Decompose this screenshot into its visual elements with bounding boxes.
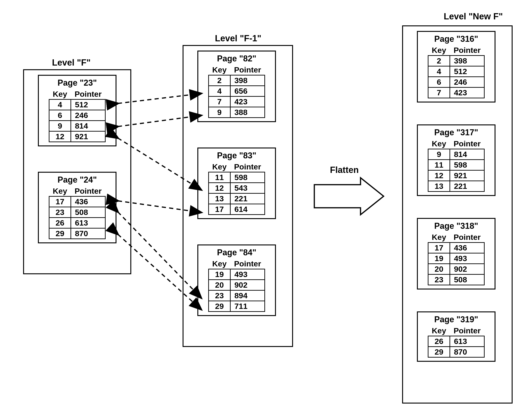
page-318-title: Page "318": [420, 221, 492, 231]
level-f-1-box: Page "82" KeyPointer 2398 4656 7423 9388…: [183, 45, 293, 347]
level-f-box: Page "23" KeyPointer 4512 6246 9814 1292…: [23, 69, 131, 274]
table-row: 13221: [208, 193, 265, 204]
table-row: 4512: [428, 66, 484, 77]
page-24: Page "24" KeyPointer 17436 23508 26613 2…: [38, 172, 117, 243]
table-row: 20902: [208, 280, 265, 290]
page-83-table: KeyPointer 11598 12543 13221 17614: [208, 162, 265, 215]
page-23-title: Page "23": [41, 78, 113, 88]
pointer-header: Pointer: [71, 89, 105, 100]
table-row: 2398: [208, 75, 265, 86]
page-84-title: Page "84": [201, 248, 273, 257]
page-84: Page "84" KeyPointer 19493 20902 23894 2…: [197, 245, 276, 316]
page-317-table: KeyPointer 9814 11598 12921 13221: [428, 139, 485, 192]
table-row: 9814: [428, 149, 484, 160]
page-23-table: KeyPointer 4512 6246 9814 12921: [49, 89, 106, 142]
page-23: Page "23" KeyPointer 4512 6246 9814 1292…: [38, 75, 117, 146]
table-row: 17436: [428, 243, 484, 253]
table-row: 9814: [49, 121, 105, 131]
level-new-f-box: Page "316" KeyPointer 2398 4512 6246 742…: [402, 25, 512, 404]
page-316-title: Page "316": [420, 34, 492, 44]
flatten-label: Flatten: [324, 165, 365, 175]
page-84-table: KeyPointer 19493 20902 23894 29711: [208, 259, 265, 312]
page-82-table: KeyPointer 2398 4656 7423 9388: [208, 65, 265, 118]
table-row: 4512: [49, 100, 105, 110]
page-317: Page "317" KeyPointer 9814 11598 12921 1…: [417, 124, 495, 196]
page-83-title: Page "83": [201, 151, 273, 161]
page-83: Page "83" KeyPointer 11598 12543 13221 1…: [197, 148, 276, 219]
page-82: Page "82" KeyPointer 2398 4656 7423 9388: [197, 51, 276, 122]
page-316-table: KeyPointer 2398 4512 6246 7423: [428, 45, 485, 98]
table-row: 6246: [49, 110, 105, 121]
level-new-f-label: Level "New F": [444, 11, 503, 21]
table-row: 29711: [208, 301, 265, 312]
page-319-title: Page "319": [420, 315, 492, 324]
table-row: 7423: [208, 96, 265, 107]
table-row: 17436: [49, 197, 105, 207]
table-row: 19493: [208, 269, 265, 280]
page-317-title: Page "317": [420, 128, 492, 137]
table-row: 26613: [428, 336, 484, 347]
level-f-1-label: Level "F-1": [215, 33, 261, 43]
page-319: Page "319" KeyPointer 26613 29870: [417, 312, 495, 362]
page-82-title: Page "82": [201, 54, 273, 64]
table-row: 13221: [428, 181, 484, 192]
table-row: 6246: [428, 77, 484, 87]
page-318: Page "318" KeyPointer 17436 19493 20902 …: [417, 218, 495, 290]
table-row: 7423: [428, 87, 484, 98]
table-row: 26613: [49, 218, 105, 228]
table-row: 19493: [428, 253, 484, 264]
page-318-table: KeyPointer 17436 19493 20902 23508: [428, 232, 485, 285]
table-row: 9388: [208, 107, 265, 118]
table-row: 17614: [208, 204, 265, 215]
page-24-table: KeyPointer 17436 23508 26613 29870: [49, 186, 106, 239]
key-header: Key: [49, 89, 71, 100]
table-row: 29870: [428, 347, 484, 357]
page-316: Page "316" KeyPointer 2398 4512 6246 742…: [417, 31, 495, 103]
table-row: 12543: [208, 183, 265, 193]
page-24-title: Page "24": [41, 175, 113, 185]
level-f-label: Level "F": [52, 58, 91, 68]
table-row: 20902: [428, 264, 484, 274]
table-row: 4656: [208, 86, 265, 96]
table-row: 12921: [49, 131, 105, 142]
table-row: 11598: [208, 172, 265, 183]
table-row: 11598: [428, 160, 484, 170]
table-row: 23508: [428, 274, 484, 285]
flatten-arrow-icon: [314, 178, 384, 215]
table-row: 23894: [208, 290, 265, 301]
table-row: 12921: [428, 170, 484, 181]
table-row: 23508: [49, 207, 105, 218]
table-row: 2398: [428, 56, 484, 66]
page-319-table: KeyPointer 26613 29870: [428, 326, 485, 358]
table-row: 29870: [49, 228, 105, 239]
